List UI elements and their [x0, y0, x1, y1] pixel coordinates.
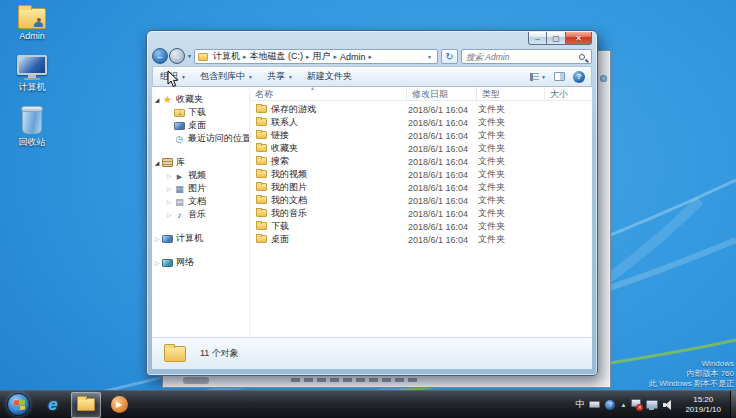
- address-folder-icon: [198, 53, 208, 61]
- desktop-icon-label: 计算机: [6, 81, 58, 94]
- background-window-logo: [183, 377, 209, 384]
- column-header-size[interactable]: 大小: [545, 87, 592, 101]
- maximize-button[interactable]: ▢: [547, 32, 565, 45]
- breadcrumb-separator-icon[interactable]: ▸: [368, 53, 374, 61]
- sidebar-item[interactable]: ▷图片: [152, 182, 249, 195]
- keyboard-icon[interactable]: [589, 401, 600, 408]
- folder-icon: [256, 170, 267, 178]
- expander-icon[interactable]: ▷: [152, 259, 162, 266]
- desktop-icon-computer[interactable]: 计算机: [6, 55, 58, 94]
- table-row[interactable]: 我的音乐2018/6/1 16:04文件夹: [250, 207, 592, 220]
- sidebar-item[interactable]: 桌面: [152, 119, 249, 132]
- sidebar-item[interactable]: 最近访问的位置: [152, 132, 249, 145]
- table-row[interactable]: 桌面2018/6/1 16:04文件夹: [250, 233, 592, 246]
- media-player-icon: ▶: [111, 396, 128, 413]
- folder-icon: [256, 157, 267, 165]
- column-header-name[interactable]: 名称: [250, 87, 407, 101]
- network-tray-icon[interactable]: [646, 400, 658, 410]
- include-in-library-button[interactable]: 包含到库中 ▼: [193, 67, 260, 86]
- internet-explorer-icon: e: [48, 395, 57, 415]
- table-row[interactable]: 我的文档2018/6/1 16:04文件夹: [250, 194, 592, 207]
- expander-icon[interactable]: ◢: [152, 159, 162, 166]
- back-button[interactable]: ←: [152, 48, 168, 64]
- sidebar-item[interactable]: ▷视频: [152, 169, 249, 182]
- language-indicator[interactable]: 中: [575, 398, 584, 411]
- volume-icon[interactable]: [663, 400, 674, 410]
- file-name: 我的视频: [271, 168, 307, 181]
- table-row[interactable]: 我的视频2018/6/1 16:04文件夹: [250, 168, 592, 181]
- table-row[interactable]: 收藏夹2018/6/1 16:04文件夹: [250, 142, 592, 155]
- minimize-button[interactable]: –: [528, 32, 547, 45]
- sidebar-section-3[interactable]: ▷网络: [152, 256, 249, 269]
- desktop-icon-admin[interactable]: Admin: [6, 8, 58, 41]
- expander-icon[interactable]: ◢: [152, 96, 162, 103]
- change-view-button[interactable]: ▼: [530, 73, 546, 81]
- search-input[interactable]: [462, 52, 579, 62]
- table-row[interactable]: 我的图片2018/6/1 16:04文件夹: [250, 181, 592, 194]
- sidebar-section-label: 库: [176, 156, 185, 169]
- refresh-button[interactable]: ↻: [441, 49, 458, 64]
- preview-pane-button[interactable]: [554, 72, 565, 81]
- system-tray: 中 ? ▲ 15:20 2019/1/10: [575, 391, 736, 418]
- windows-logo-icon: [14, 400, 25, 411]
- table-row[interactable]: 搜索2018/6/1 16:04文件夹: [250, 155, 592, 168]
- share-button[interactable]: 共享 ▼: [260, 67, 300, 86]
- taskbar-item-explorer[interactable]: [71, 392, 101, 418]
- file-name: 联系人: [271, 116, 298, 129]
- expander-icon[interactable]: ▷: [164, 211, 174, 218]
- expander-icon[interactable]: ▷: [164, 185, 174, 192]
- sidebar-item[interactable]: ▷音乐: [152, 208, 249, 221]
- sidebar-item-label: 文档: [188, 195, 206, 208]
- help-button[interactable]: ?: [573, 71, 585, 83]
- action-center-icon[interactable]: [631, 399, 641, 410]
- address-bar[interactable]: 计算机▸本地磁盘 (C:)▸用户▸Admin▸ ▼: [194, 49, 438, 64]
- breadcrumb-segment[interactable]: 本地磁盘 (C:): [248, 50, 306, 63]
- taskbar-clock[interactable]: 15:20 2019/1/10: [685, 395, 721, 415]
- breadcrumb-segment[interactable]: Admin: [338, 52, 368, 62]
- show-hidden-icons-icon[interactable]: ▲: [620, 402, 626, 408]
- computer-icon: [162, 235, 173, 243]
- file-date-modified: 2018/6/1 16:04: [408, 196, 468, 206]
- new-folder-button[interactable]: 新建文件夹: [300, 67, 359, 86]
- column-header-type[interactable]: 类型: [477, 87, 545, 101]
- search-icon: [579, 54, 585, 60]
- item-count-label: 11 个对象: [200, 347, 239, 360]
- sidebar-item[interactable]: 下载: [152, 106, 249, 119]
- taskbar-item-internet-explorer[interactable]: e: [38, 392, 68, 418]
- help-tray-icon[interactable]: ?: [605, 400, 615, 410]
- folder-icon: [256, 183, 267, 191]
- taskbar-item-media-player[interactable]: ▶: [104, 392, 134, 418]
- file-type: 文件夹: [478, 181, 505, 194]
- breadcrumb-segment[interactable]: 计算机: [211, 50, 242, 63]
- explorer-main-area: ◢收藏夹下载桌面最近访问的位置◢库▷视频▷图片▷文档▷音乐▷计算机▷网络 ▲ 名…: [152, 87, 592, 337]
- address-dropdown-icon[interactable]: ▼: [425, 54, 434, 60]
- sidebar-item[interactable]: ▷文档: [152, 195, 249, 208]
- forward-button[interactable]: →: [169, 48, 185, 64]
- sidebar-section-2[interactable]: ▷计算机: [152, 232, 249, 245]
- expander-icon[interactable]: ▷: [164, 172, 174, 179]
- folder-icon: [256, 144, 267, 152]
- expander-icon[interactable]: ▷: [152, 235, 162, 242]
- expander-icon[interactable]: ▷: [164, 198, 174, 205]
- sidebar-section-1[interactable]: ◢库: [152, 156, 249, 169]
- table-row[interactable]: 保存的游戏2018/6/1 16:04文件夹: [250, 103, 592, 116]
- title-bar[interactable]: – ▢ ✕: [147, 31, 597, 48]
- show-desktop-button[interactable]: [730, 391, 736, 418]
- close-button[interactable]: ✕: [565, 32, 592, 45]
- history-dropdown-icon[interactable]: ▼: [187, 53, 192, 59]
- desktop-icon-label: 回收站: [6, 136, 58, 149]
- folder-icon: [256, 118, 267, 126]
- table-row[interactable]: 联系人2018/6/1 16:04文件夹: [250, 116, 592, 129]
- table-row[interactable]: 链接2018/6/1 16:04文件夹: [250, 129, 592, 142]
- taskbar: e ▶ 中 ? ▲ 15:20 2019/1/10: [0, 390, 736, 418]
- table-row[interactable]: 下载2018/6/1 16:04文件夹: [250, 220, 592, 233]
- start-button[interactable]: [7, 393, 30, 416]
- person-icon: [34, 18, 43, 27]
- details-pane: 11 个对象: [152, 337, 592, 369]
- breadcrumb-segment[interactable]: 用户: [311, 50, 333, 63]
- desktop-icon-recycle-bin[interactable]: 回收站: [6, 108, 58, 149]
- file-date-modified: 2018/6/1 16:04: [408, 222, 468, 232]
- column-header-date[interactable]: 修改日期: [407, 87, 477, 101]
- sidebar-section-0[interactable]: ◢收藏夹: [152, 93, 249, 106]
- search-box[interactable]: [461, 49, 592, 64]
